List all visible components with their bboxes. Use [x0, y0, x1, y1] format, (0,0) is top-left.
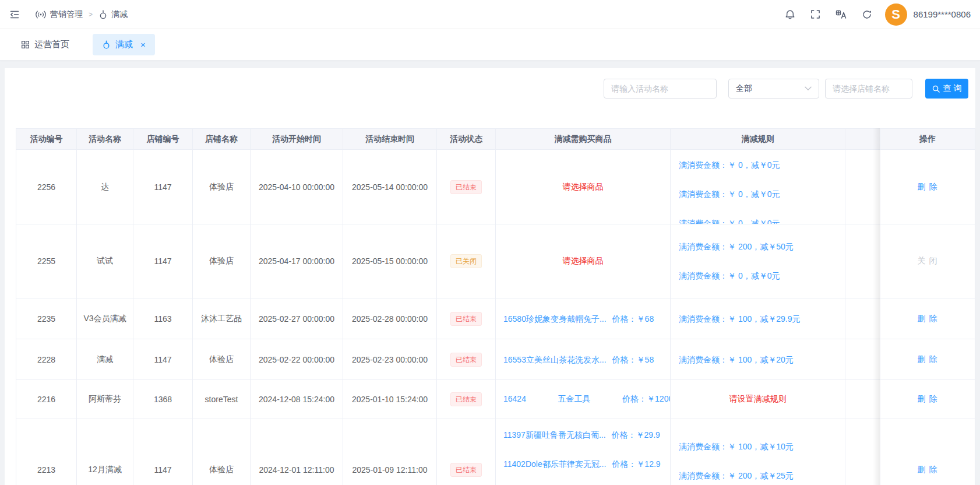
cell-activity-name: 达 — [77, 150, 133, 224]
cell-status: 已结束 — [437, 150, 496, 224]
cell-rules: 满消费金额：￥ 100，减￥29.9元 — [671, 298, 845, 339]
cell-status: 已结束 — [437, 380, 496, 419]
search-button[interactable]: 查 询 — [925, 79, 968, 99]
rule-text: 满消费金额：￥ 0，减￥0元 — [679, 150, 845, 180]
cell-actions: 删 除 — [880, 419, 975, 485]
activity-table: 活动编号 活动名称 店铺编号 店铺名称 活动开始时间 活动结束时间 活动状态 满… — [16, 128, 975, 485]
spacer-cell — [845, 339, 880, 380]
status-select[interactable]: 全部 — [728, 79, 819, 99]
store-name-input[interactable] — [825, 79, 912, 99]
delete-button[interactable]: 删 除 — [918, 354, 938, 364]
cell-store-id: 1147 — [133, 419, 193, 485]
chevron-down-icon — [805, 86, 812, 91]
table-row: 2216 阿斯蒂芬 1368 storeTest 2024-12-08 15:2… — [16, 380, 975, 419]
user-menu[interactable]: S 86199****0806 — [885, 3, 971, 26]
product-price: 价格：￥29.9 — [612, 420, 660, 449]
topbar: 营销管理 > 满减 — [0, 0, 980, 29]
cell-products: 16424 五金工具 价格：￥12000 — [496, 380, 671, 419]
cell-store-id: 1147 — [133, 224, 193, 298]
cell-activity-name: V3会员满减 — [77, 298, 133, 339]
cell-activity-id: 2213 — [16, 419, 77, 485]
rule-text: 满消费金额：￥ 200，减￥25元 — [679, 461, 845, 485]
tab-operation-home[interactable]: 运营首页 — [12, 34, 79, 55]
cell-start-time: 2024-12-01 12:11:00 — [251, 419, 343, 485]
rules-empty-hint: 请设置满减规则 — [671, 394, 845, 405]
product-link[interactable]: 11402Dole都乐菲律宾无冠... — [503, 449, 606, 479]
cell-store-id: 1368 — [133, 380, 193, 419]
bell-icon[interactable] — [785, 9, 795, 20]
cell-products: 16580珍妮象变身戴帽兔子... 价格：￥68 — [496, 298, 671, 339]
cell-actions: 删 除 — [880, 150, 975, 224]
breadcrumb-label: 满减 — [111, 9, 128, 20]
cell-products: 16553立美丝山茶花洗发水... 价格：￥58 — [496, 339, 671, 380]
activity-name-input[interactable] — [604, 79, 717, 99]
cell-status: 已结束 — [437, 339, 496, 380]
product-link[interactable]: 16553立美丝山茶花洗发水... — [503, 345, 607, 374]
translate-icon[interactable] — [836, 9, 847, 20]
status-badge: 已结束 — [450, 180, 482, 194]
status-badge: 已结束 — [450, 392, 482, 406]
cell-store-id: 1163 — [133, 298, 193, 339]
rule-text: 满消费金额：￥ 100，减￥10元 — [679, 432, 845, 461]
cell-rules: 满消费金额：￥ 100，减￥20元 — [671, 339, 845, 380]
cell-status: 已结束 — [437, 298, 496, 339]
cell-store-id: 1147 — [133, 150, 193, 224]
col-spacer — [845, 129, 880, 150]
cell-activity-id: 2255 — [16, 224, 77, 298]
product-price: 价格：￥68 — [612, 304, 654, 333]
cell-start-time: 2024-12-08 15:24:00 — [251, 380, 343, 419]
cell-activity-id: 2216 — [16, 380, 77, 419]
delete-button[interactable]: 删 除 — [918, 314, 938, 323]
spacer-cell — [845, 380, 880, 419]
refresh-icon[interactable] — [862, 9, 872, 20]
cell-start-time: 2025-04-10 00:00:00 — [251, 150, 343, 224]
product-link[interactable]: 11397新疆吐鲁番无核白葡... — [503, 420, 606, 449]
cell-store-name: 体验店 — [193, 224, 251, 298]
cell-store-name: 体验店 — [193, 150, 251, 224]
delete-button[interactable]: 删 除 — [918, 394, 938, 403]
fullscreen-icon[interactable] — [810, 9, 820, 19]
cell-products: 11397新疆吐鲁番无核白葡... 价格：￥29.9 11402Dole都乐菲律… — [496, 419, 671, 485]
cell-rules: 请设置满减规则 — [671, 380, 845, 419]
username: 86199****0806 — [914, 9, 971, 19]
cell-end-time: 2025-05-14 00:00:00 — [343, 150, 437, 224]
cell-rules: 满消费金额：￥ 200，减￥50元 满消费金额：￥ 0，减￥0元 — [671, 224, 845, 298]
cell-end-time: 2025-02-23 00:00:00 — [343, 339, 437, 380]
manjian-panel: 全部 查 询 — [5, 68, 975, 485]
close-activity-button[interactable]: 关 闭 — [918, 256, 938, 265]
cell-start-time: 2025-02-22 00:00:00 — [251, 339, 343, 380]
cell-end-time: 2025-01-09 12:11:00 — [343, 419, 437, 485]
close-icon[interactable]: × — [140, 40, 146, 49]
product-link[interactable]: 16580珍妮象变身戴帽兔子... — [503, 304, 607, 333]
table-header-row: 活动编号 活动名称 店铺编号 店铺名称 活动开始时间 活动结束时间 活动状态 满… — [16, 129, 975, 150]
breadcrumb-item-manjian[interactable]: 满减 — [98, 9, 128, 20]
status-badge: 已结束 — [450, 312, 482, 326]
col-activity-name: 活动名称 — [77, 129, 133, 150]
col-end-time: 活动结束时间 — [343, 129, 437, 150]
col-products: 满减需购买商品 — [496, 129, 671, 150]
table-row: 2235 V3会员满减 1163 沐沐工艺品 2025-02-27 00:00:… — [16, 298, 975, 339]
delete-button[interactable]: 删 除 — [918, 182, 938, 191]
cell-activity-id: 2256 — [16, 150, 77, 224]
tab-label: 运营首页 — [34, 39, 69, 50]
cell-store-name: 体验店 — [193, 339, 251, 380]
rule-text: 满消费金额：￥ 0，减￥0元 — [679, 261, 845, 290]
table-row: 2256 达 1147 体验店 2025-04-10 00:00:00 2025… — [16, 150, 975, 224]
topbar-actions: S 86199****0806 — [770, 3, 971, 26]
product-link[interactable]: 五金工具 — [558, 394, 591, 405]
col-activity-id: 活动编号 — [16, 129, 77, 150]
col-start-time: 活动开始时间 — [251, 129, 343, 150]
breadcrumb-item-marketing[interactable]: 营销管理 — [35, 9, 83, 20]
rule-text: 满消费金额：￥ 100，减￥20元 — [679, 345, 845, 374]
col-store-id: 店铺编号 — [133, 129, 193, 150]
delete-button[interactable]: 删 除 — [918, 465, 938, 474]
broadcast-icon — [35, 10, 47, 19]
product-price: 价格：￥12.9 — [612, 449, 660, 479]
cell-start-time: 2025-04-17 00:00:00 — [251, 224, 343, 298]
cell-end-time: 2025-01-10 15:24:00 — [343, 380, 437, 419]
cell-actions: 关 闭 — [880, 224, 975, 298]
table-row: 2255 试试 1147 体验店 2025-04-17 00:00:00 202… — [16, 224, 975, 298]
breadcrumb: 营销管理 > 满减 — [35, 9, 128, 20]
collapse-menu-icon[interactable] — [9, 9, 20, 20]
tab-manjian[interactable]: 满减 × — [93, 34, 155, 55]
